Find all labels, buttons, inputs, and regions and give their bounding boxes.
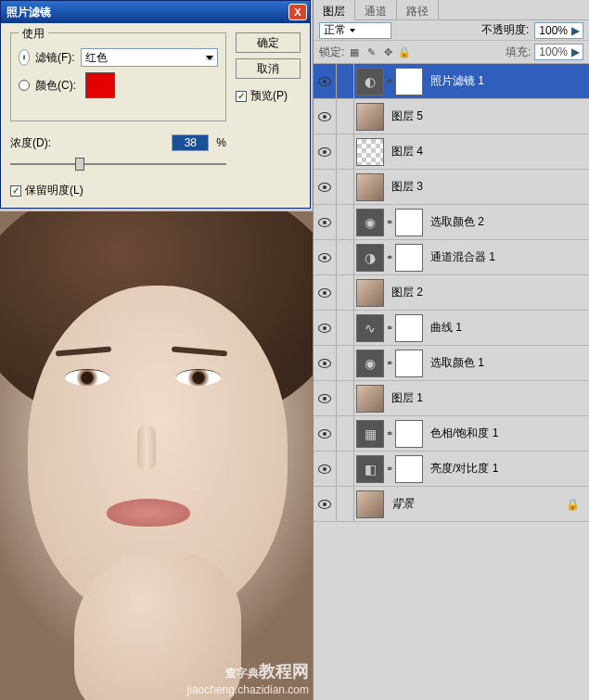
layer-row[interactable]: ◐⚭照片滤镜 1 <box>314 64 589 99</box>
adjustment-thumb[interactable]: ◑ <box>356 244 384 272</box>
filter-select[interactable]: 红色 <box>81 48 218 67</box>
filter-radio[interactable] <box>19 49 30 66</box>
visibility-toggle[interactable] <box>314 147 336 157</box>
lock-all-icon[interactable]: 🔒 <box>398 45 411 58</box>
layer-row[interactable]: ∿⚭曲线 1 <box>314 311 589 346</box>
mask-thumb[interactable] <box>395 244 423 272</box>
layer-row[interactable]: ◉⚭选取颜色 1 <box>314 346 589 381</box>
eye-icon <box>318 324 331 333</box>
tab-layers[interactable]: 图层 <box>314 0 355 20</box>
visibility-toggle[interactable] <box>314 77 336 86</box>
visibility-toggle[interactable] <box>314 288 336 298</box>
lock-transparency-icon[interactable]: ▦ <box>348 45 361 58</box>
link-icon: ⚭ <box>386 358 393 368</box>
visibility-toggle[interactable] <box>314 218 336 227</box>
link-icon: ⚭ <box>386 217 393 227</box>
opacity-input[interactable]: 100%▶ <box>534 22 583 39</box>
visibility-toggle[interactable] <box>314 429 336 439</box>
visibility-toggle[interactable] <box>314 394 336 403</box>
layer-name[interactable]: 图层 1 <box>386 390 585 406</box>
layer-row[interactable]: 图层 3 <box>314 170 589 205</box>
tab-channels[interactable]: 通道 <box>355 0 397 20</box>
layer-thumb[interactable] <box>356 490 384 518</box>
visibility-toggle[interactable] <box>314 500 336 509</box>
layer-row[interactable]: 背景🔒 <box>314 487 589 522</box>
use-legend: 使用 <box>19 26 48 42</box>
link-icon: ⚭ <box>386 464 393 474</box>
adjustment-thumb[interactable]: ◉ <box>356 209 384 236</box>
mask-thumb[interactable] <box>395 455 423 483</box>
link-icon: ⚭ <box>386 323 393 333</box>
layer-name[interactable]: 通道混合器 1 <box>425 249 585 265</box>
layer-row[interactable]: ◉⚭选取颜色 2 <box>314 205 589 240</box>
adjustment-thumb[interactable]: ◧ <box>356 455 384 483</box>
layer-row[interactable]: 图层 1 <box>314 381 589 416</box>
visibility-toggle[interactable] <box>314 465 336 474</box>
layer-name[interactable]: 图层 4 <box>386 144 585 159</box>
mask-thumb[interactable] <box>395 68 423 95</box>
visibility-toggle[interactable] <box>314 183 336 192</box>
lock-paint-icon[interactable]: ✎ <box>365 45 378 58</box>
color-radio-label: 颜色(C): <box>35 78 76 94</box>
layer-name[interactable]: 图层 5 <box>386 108 585 124</box>
layer-name[interactable]: 选取颜色 1 <box>425 355 585 371</box>
layer-name[interactable]: 图层 2 <box>386 285 585 300</box>
visibility-toggle[interactable] <box>314 359 336 368</box>
ok-button[interactable]: 确定 <box>236 32 301 53</box>
lock-label: 锁定: <box>319 45 344 60</box>
layer-thumb[interactable] <box>356 103 384 131</box>
layer-name[interactable]: 亮度/对比度 1 <box>425 461 585 477</box>
layer-thumb[interactable] <box>356 173 384 201</box>
layer-thumb[interactable] <box>356 385 384 413</box>
layer-row[interactable]: 图层 5 <box>314 99 589 134</box>
tab-paths[interactable]: 路径 <box>397 0 439 20</box>
adjustment-thumb[interactable]: ◉ <box>356 350 384 377</box>
filter-value: 红色 <box>85 50 108 66</box>
visibility-toggle[interactable] <box>314 253 336 262</box>
layer-name[interactable]: 背景 <box>386 496 566 512</box>
filter-radio-label: 滤镜(F): <box>35 50 75 66</box>
mask-thumb[interactable] <box>395 350 423 377</box>
layer-name[interactable]: 曲线 1 <box>425 320 585 336</box>
fill-label: 填充: <box>506 45 531 60</box>
blend-mode-select[interactable]: 正常 <box>319 22 391 39</box>
fill-input[interactable]: 100%▶ <box>534 44 583 60</box>
preserve-luminosity-checkbox[interactable]: ✓ <box>10 185 21 197</box>
eye-icon <box>318 288 331 298</box>
layer-row[interactable]: ▦⚭色相/饱和度 1 <box>314 416 589 452</box>
layer-name[interactable]: 选取颜色 2 <box>425 214 585 230</box>
density-input[interactable]: 38 <box>172 134 209 151</box>
layer-name[interactable]: 色相/饱和度 1 <box>425 426 585 441</box>
mask-thumb[interactable] <box>395 314 423 342</box>
layers-list: ◐⚭照片滤镜 1图层 5图层 4图层 3◉⚭选取颜色 2◑⚭通道混合器 1图层 … <box>314 64 589 522</box>
mask-thumb[interactable] <box>395 420 423 448</box>
layer-name[interactable]: 图层 3 <box>386 179 585 195</box>
layer-row[interactable]: ◧⚭亮度/对比度 1 <box>314 452 589 487</box>
layer-name[interactable]: 照片滤镜 1 <box>425 73 585 89</box>
mask-thumb[interactable] <box>395 209 423 236</box>
color-radio[interactable] <box>19 80 30 91</box>
visibility-toggle[interactable] <box>314 112 336 121</box>
adjustment-thumb[interactable]: ▦ <box>356 420 384 448</box>
eye-icon <box>318 253 331 262</box>
adjustment-thumb[interactable]: ◐ <box>356 68 384 95</box>
color-swatch[interactable] <box>85 72 115 98</box>
dialog-titlebar[interactable]: 照片滤镜 X <box>1 1 310 23</box>
document-canvas[interactable]: 查字典教程网 jiaocheng.chazidian.com <box>0 211 313 700</box>
layer-row[interactable]: 图层 4 <box>314 134 589 170</box>
eye-icon <box>318 359 331 368</box>
preview-checkbox[interactable]: ✓ <box>236 91 247 102</box>
layer-row[interactable]: ◑⚭通道混合器 1 <box>314 240 589 275</box>
density-slider[interactable] <box>10 155 226 173</box>
dialog-title: 照片滤镜 <box>6 5 288 20</box>
layer-thumb[interactable] <box>356 138 384 166</box>
layer-row[interactable]: 图层 2 <box>314 275 589 311</box>
close-button[interactable]: X <box>288 4 307 20</box>
density-suffix: % <box>216 136 226 149</box>
link-icon: ⚭ <box>386 428 393 439</box>
layer-thumb[interactable] <box>356 279 384 307</box>
adjustment-thumb[interactable]: ∿ <box>356 314 384 342</box>
cancel-button[interactable]: 取消 <box>236 58 301 79</box>
lock-position-icon[interactable]: ✥ <box>381 45 394 58</box>
visibility-toggle[interactable] <box>314 324 336 333</box>
